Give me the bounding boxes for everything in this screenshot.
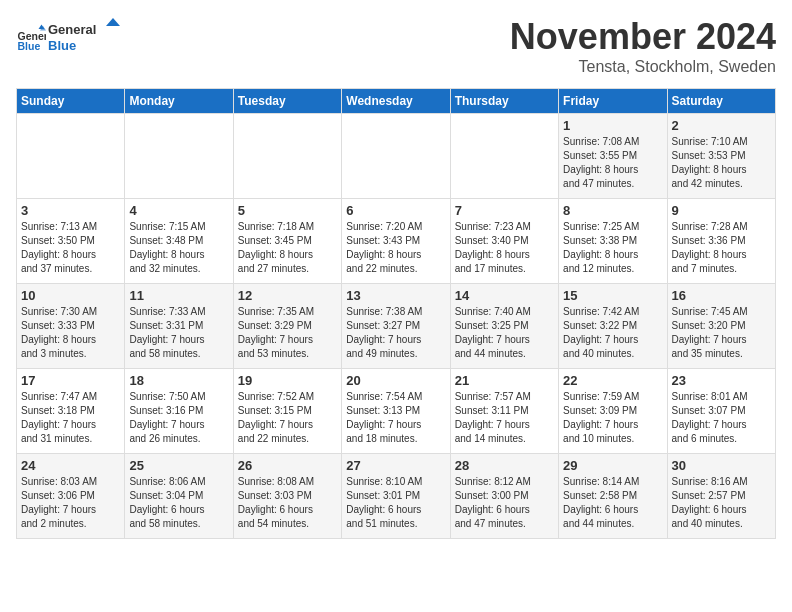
day-info: Sunrise: 7:54 AMSunset: 3:13 PMDaylight:… [346,390,445,446]
day-number: 18 [129,373,228,388]
day-info: Sunrise: 7:20 AMSunset: 3:43 PMDaylight:… [346,220,445,276]
calendar-cell: 13Sunrise: 7:38 AMSunset: 3:27 PMDayligh… [342,284,450,369]
svg-marker-6 [106,18,120,26]
day-number: 6 [346,203,445,218]
column-header-sunday: Sunday [17,89,125,114]
day-info: Sunrise: 8:06 AMSunset: 3:04 PMDaylight:… [129,475,228,531]
calendar-cell: 12Sunrise: 7:35 AMSunset: 3:29 PMDayligh… [233,284,341,369]
day-info: Sunrise: 7:52 AMSunset: 3:15 PMDaylight:… [238,390,337,446]
day-info: Sunrise: 7:28 AMSunset: 3:36 PMDaylight:… [672,220,771,276]
day-number: 14 [455,288,554,303]
logo-line1: General Blue [48,16,128,60]
calendar-cell: 4Sunrise: 7:15 AMSunset: 3:48 PMDaylight… [125,199,233,284]
day-number: 20 [346,373,445,388]
page-header: General Blue General Blue November 2024 … [16,16,776,76]
day-number: 30 [672,458,771,473]
location-title: Tensta, Stockholm, Sweden [510,58,776,76]
calendar-cell: 18Sunrise: 7:50 AMSunset: 3:16 PMDayligh… [125,369,233,454]
calendar-cell: 3Sunrise: 7:13 AMSunset: 3:50 PMDaylight… [17,199,125,284]
day-number: 19 [238,373,337,388]
day-info: Sunrise: 8:16 AMSunset: 2:57 PMDaylight:… [672,475,771,531]
calendar-table: SundayMondayTuesdayWednesdayThursdayFrid… [16,88,776,539]
calendar-cell: 9Sunrise: 7:28 AMSunset: 3:36 PMDaylight… [667,199,775,284]
day-info: Sunrise: 7:08 AMSunset: 3:55 PMDaylight:… [563,135,662,191]
day-number: 10 [21,288,120,303]
day-info: Sunrise: 8:03 AMSunset: 3:06 PMDaylight:… [21,475,120,531]
calendar-cell [450,114,558,199]
calendar-cell: 8Sunrise: 7:25 AMSunset: 3:38 PMDaylight… [559,199,667,284]
day-number: 24 [21,458,120,473]
calendar-cell: 2Sunrise: 7:10 AMSunset: 3:53 PMDaylight… [667,114,775,199]
calendar-cell: 26Sunrise: 8:08 AMSunset: 3:03 PMDayligh… [233,454,341,539]
logo-icon: General Blue [16,23,46,53]
calendar-cell: 19Sunrise: 7:52 AMSunset: 3:15 PMDayligh… [233,369,341,454]
day-number: 13 [346,288,445,303]
column-header-thursday: Thursday [450,89,558,114]
day-number: 22 [563,373,662,388]
day-number: 12 [238,288,337,303]
day-number: 29 [563,458,662,473]
calendar-week-2: 10Sunrise: 7:30 AMSunset: 3:33 PMDayligh… [17,284,776,369]
day-number: 5 [238,203,337,218]
calendar-week-0: 1Sunrise: 7:08 AMSunset: 3:55 PMDaylight… [17,114,776,199]
calendar-cell: 16Sunrise: 7:45 AMSunset: 3:20 PMDayligh… [667,284,775,369]
day-info: Sunrise: 7:45 AMSunset: 3:20 PMDaylight:… [672,305,771,361]
calendar-cell: 25Sunrise: 8:06 AMSunset: 3:04 PMDayligh… [125,454,233,539]
title-block: November 2024 Tensta, Stockholm, Sweden [510,16,776,76]
calendar-week-4: 24Sunrise: 8:03 AMSunset: 3:06 PMDayligh… [17,454,776,539]
calendar-cell [233,114,341,199]
day-number: 23 [672,373,771,388]
day-info: Sunrise: 7:40 AMSunset: 3:25 PMDaylight:… [455,305,554,361]
calendar-cell: 28Sunrise: 8:12 AMSunset: 3:00 PMDayligh… [450,454,558,539]
calendar-cell: 11Sunrise: 7:33 AMSunset: 3:31 PMDayligh… [125,284,233,369]
calendar-week-3: 17Sunrise: 7:47 AMSunset: 3:18 PMDayligh… [17,369,776,454]
day-info: Sunrise: 7:57 AMSunset: 3:11 PMDaylight:… [455,390,554,446]
day-info: Sunrise: 8:08 AMSunset: 3:03 PMDaylight:… [238,475,337,531]
calendar-header-row: SundayMondayTuesdayWednesdayThursdayFrid… [17,89,776,114]
day-number: 26 [238,458,337,473]
day-info: Sunrise: 7:13 AMSunset: 3:50 PMDaylight:… [21,220,120,276]
day-number: 4 [129,203,228,218]
calendar-cell: 17Sunrise: 7:47 AMSunset: 3:18 PMDayligh… [17,369,125,454]
day-number: 1 [563,118,662,133]
day-info: Sunrise: 7:15 AMSunset: 3:48 PMDaylight:… [129,220,228,276]
calendar-cell: 6Sunrise: 7:20 AMSunset: 3:43 PMDaylight… [342,199,450,284]
day-info: Sunrise: 7:30 AMSunset: 3:33 PMDaylight:… [21,305,120,361]
calendar-cell [125,114,233,199]
day-info: Sunrise: 8:01 AMSunset: 3:07 PMDaylight:… [672,390,771,446]
calendar-cell: 21Sunrise: 7:57 AMSunset: 3:11 PMDayligh… [450,369,558,454]
calendar-cell: 30Sunrise: 8:16 AMSunset: 2:57 PMDayligh… [667,454,775,539]
column-header-tuesday: Tuesday [233,89,341,114]
day-number: 16 [672,288,771,303]
calendar-cell: 15Sunrise: 7:42 AMSunset: 3:22 PMDayligh… [559,284,667,369]
calendar-cell: 1Sunrise: 7:08 AMSunset: 3:55 PMDaylight… [559,114,667,199]
column-header-saturday: Saturday [667,89,775,114]
calendar-cell: 7Sunrise: 7:23 AMSunset: 3:40 PMDaylight… [450,199,558,284]
day-info: Sunrise: 7:42 AMSunset: 3:22 PMDaylight:… [563,305,662,361]
day-info: Sunrise: 8:12 AMSunset: 3:00 PMDaylight:… [455,475,554,531]
day-info: Sunrise: 7:18 AMSunset: 3:45 PMDaylight:… [238,220,337,276]
day-number: 9 [672,203,771,218]
svg-text:Blue: Blue [48,38,76,53]
column-header-friday: Friday [559,89,667,114]
day-info: Sunrise: 8:14 AMSunset: 2:58 PMDaylight:… [563,475,662,531]
calendar-cell: 23Sunrise: 8:01 AMSunset: 3:07 PMDayligh… [667,369,775,454]
day-number: 7 [455,203,554,218]
day-number: 28 [455,458,554,473]
day-info: Sunrise: 7:47 AMSunset: 3:18 PMDaylight:… [21,390,120,446]
calendar-cell: 5Sunrise: 7:18 AMSunset: 3:45 PMDaylight… [233,199,341,284]
day-number: 11 [129,288,228,303]
day-number: 15 [563,288,662,303]
calendar-cell: 22Sunrise: 7:59 AMSunset: 3:09 PMDayligh… [559,369,667,454]
calendar-cell: 24Sunrise: 8:03 AMSunset: 3:06 PMDayligh… [17,454,125,539]
month-title: November 2024 [510,16,776,58]
day-number: 17 [21,373,120,388]
day-info: Sunrise: 7:50 AMSunset: 3:16 PMDaylight:… [129,390,228,446]
logo: General Blue General Blue [16,16,128,60]
calendar-cell: 20Sunrise: 7:54 AMSunset: 3:13 PMDayligh… [342,369,450,454]
day-info: Sunrise: 7:10 AMSunset: 3:53 PMDaylight:… [672,135,771,191]
column-header-wednesday: Wednesday [342,89,450,114]
svg-text:General: General [48,22,96,37]
day-number: 27 [346,458,445,473]
calendar-cell: 10Sunrise: 7:30 AMSunset: 3:33 PMDayligh… [17,284,125,369]
